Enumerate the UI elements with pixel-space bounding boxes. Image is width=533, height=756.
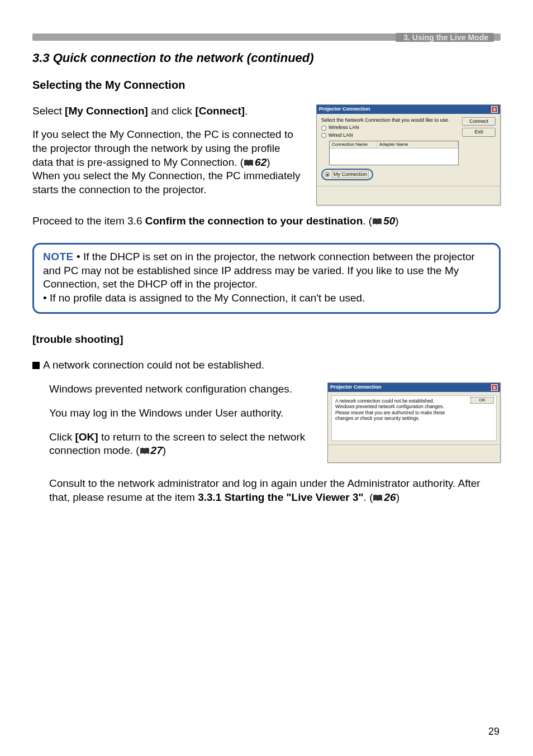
- subheading: Selecting the My Connection: [32, 78, 501, 92]
- my-connection-label: My Connection: [332, 171, 369, 179]
- radio-my-connection[interactable]: [325, 172, 330, 177]
- ok-button[interactable]: OK: [470, 397, 494, 404]
- radio-my-connection-highlight: My Connection: [321, 169, 373, 181]
- error-message-box: OK A network connection could not be est…: [331, 395, 497, 441]
- square-bullet-icon: [32, 362, 40, 369]
- troubleshooting-heading: [trouble shooting]: [32, 333, 501, 347]
- trouble-p4: Consult to the network administrator and…: [49, 477, 501, 504]
- dialog-title: Projector Connection: [330, 384, 382, 391]
- paragraph-my-connection: If you select the My Connection, the PC …: [32, 128, 301, 197]
- trouble-p2: You may log in the Windows under User au…: [49, 406, 312, 420]
- connect-button[interactable]: Connect: [462, 117, 496, 126]
- dialog-title: Projector Connection: [319, 106, 370, 113]
- close-icon[interactable]: x: [491, 106, 498, 113]
- book-icon: [373, 494, 383, 502]
- dialog-instruction: Select the Network Connection that you w…: [321, 117, 459, 124]
- connection-list[interactable]: Connection Name Adapter Name: [329, 141, 459, 165]
- dialog-status-bar: [317, 186, 500, 205]
- exit-button[interactable]: Exit: [462, 128, 496, 137]
- dialog-status-bar: [328, 444, 500, 462]
- note-label: NOTE: [43, 251, 74, 262]
- trouble-p1: Windows prevented network configuration …: [49, 382, 312, 396]
- trouble-p3: Click [OK] to return to the screen to se…: [49, 430, 312, 458]
- page-number: 29: [488, 725, 499, 738]
- radio-wired-lan[interactable]: Wired LAN: [321, 132, 459, 139]
- intro-line: Select [My Connection] and click [Connec…: [32, 104, 301, 118]
- dialog-error: Projector Connection x OK A network conn…: [327, 382, 501, 463]
- trouble-bullet: A network connection could not be establ…: [32, 358, 501, 372]
- proceed-line: Proceed to the item 3.6 Confirm the conn…: [32, 214, 501, 228]
- dialog-projector-connection: Projector Connection x Select the Networ…: [316, 104, 501, 206]
- book-icon: [244, 159, 254, 167]
- close-icon[interactable]: x: [491, 384, 498, 391]
- col-adapter-name: Adapter Name: [377, 141, 458, 148]
- radio-wireless-lan[interactable]: Wireless LAN: [321, 125, 459, 131]
- section-title: 3.3 Quick connection to the network (con…: [32, 50, 501, 66]
- header-bar: 3. Using the Live Mode: [32, 34, 501, 46]
- book-icon: [372, 218, 382, 226]
- breadcrumb: 3. Using the Live Mode: [396, 33, 494, 42]
- note-box: NOTE • If the DHCP is set on in the proj…: [32, 243, 501, 314]
- col-connection-name: Connection Name: [330, 141, 377, 148]
- book-icon: [140, 447, 150, 455]
